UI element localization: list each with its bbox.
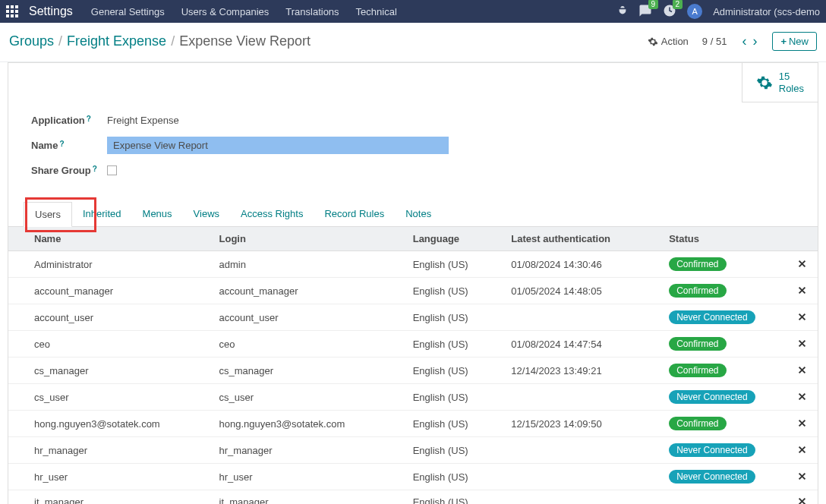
menu-technical[interactable]: Technical	[356, 6, 397, 17]
status-badge: Confirmed	[669, 417, 726, 430]
cell-name: hong.nguyen3@sotatek.com	[8, 411, 212, 437]
table-row[interactable]: account_useraccount_userEnglish (US)Neve…	[8, 304, 818, 331]
cell-name: it_manager	[8, 490, 212, 505]
cell-name: cs_user	[8, 384, 212, 411]
table-header: Name Login Language Latest authenticatio…	[8, 227, 818, 251]
avatar[interactable]: A	[687, 4, 702, 19]
tab-record-rules[interactable]: Record Rules	[314, 202, 395, 226]
close-icon	[798, 339, 806, 348]
help-icon[interactable]: ?	[59, 140, 64, 148]
tab-inherited[interactable]: Inherited	[72, 202, 132, 226]
close-icon	[798, 446, 806, 454]
tab-users[interactable]: Users	[24, 202, 72, 227]
topbar-menu: General Settings Users & Companies Trans…	[91, 6, 397, 17]
pager-prev[interactable]: ‹	[740, 33, 748, 49]
bug-icon[interactable]	[617, 5, 628, 18]
table-row[interactable]: cs_usercs_userEnglish (US)Never Connecte…	[8, 384, 818, 411]
table-row[interactable]: it_managerit_managerEnglish (US)	[8, 490, 818, 505]
users-table: Name Login Language Latest authenticatio…	[8, 227, 818, 504]
cell-status	[661, 490, 787, 505]
table-row[interactable]: AdministratoradminEnglish (US)01/08/2024…	[8, 251, 818, 278]
th-status[interactable]: Status	[661, 227, 787, 251]
tab-access-rights[interactable]: Access Rights	[230, 202, 314, 226]
cell-auth: 12/15/2023 14:09:50	[503, 411, 661, 437]
cell-lang: English (US)	[405, 251, 504, 278]
pager-next[interactable]: ›	[751, 33, 758, 49]
table-row[interactable]: account_manageraccount_managerEnglish (U…	[8, 278, 818, 304]
cell-login: cs_manager	[212, 358, 405, 384]
username[interactable]: Administrator (scs-demo	[713, 6, 820, 17]
cell-login: hr_manager	[212, 437, 405, 464]
table-row[interactable]: cs_managercs_managerEnglish (US)12/14/20…	[8, 358, 818, 384]
cell-status: Confirmed	[661, 411, 787, 437]
delete-row[interactable]	[787, 464, 818, 490]
messages-icon[interactable]: 9	[638, 4, 652, 20]
activities-icon[interactable]: 2	[663, 4, 676, 20]
subbar: Groups / Freight Expense / Expense View …	[0, 23, 826, 62]
th-auth[interactable]: Latest authentication	[503, 227, 661, 251]
cell-login: it_manager	[212, 490, 405, 505]
menu-translations[interactable]: Translations	[285, 6, 339, 17]
cell-login: hr_user	[212, 464, 405, 490]
cell-status: Confirmed	[661, 358, 787, 384]
cell-login: account_user	[212, 304, 405, 331]
table-row[interactable]: hr_userhr_userEnglish (US)Never Connecte…	[8, 464, 818, 490]
cell-lang: English (US)	[405, 384, 504, 411]
delete-row[interactable]	[787, 331, 818, 358]
cell-login: admin	[212, 251, 405, 278]
table-row[interactable]: hr_managerhr_managerEnglish (US)Never Co…	[8, 437, 818, 464]
menu-general[interactable]: General Settings	[91, 6, 165, 17]
th-name[interactable]: Name	[8, 227, 212, 251]
form-sheet: 15 Roles Application? Freight Expense Na…	[8, 62, 818, 504]
topbar: Settings General Settings Users & Compan…	[0, 0, 826, 23]
close-icon	[798, 419, 806, 427]
close-icon	[798, 497, 806, 504]
status-badge: Confirmed	[669, 364, 726, 377]
application-label: Application?	[31, 115, 107, 126]
share-group-label: Share Group?	[31, 165, 107, 176]
menu-users[interactable]: Users & Companies	[181, 6, 270, 17]
breadcrumb-groups[interactable]: Groups	[9, 33, 54, 49]
breadcrumb-current: Expense View Report	[179, 33, 311, 49]
close-icon	[798, 313, 806, 321]
pager[interactable]: 9 / 51	[702, 36, 727, 47]
tab-views[interactable]: Views	[183, 202, 230, 226]
delete-row[interactable]	[787, 384, 818, 411]
gear-icon	[648, 36, 658, 47]
app-title: Settings	[29, 5, 73, 18]
th-lang[interactable]: Language	[405, 227, 504, 251]
cell-login: hong.nguyen3@sotatek.com	[212, 411, 405, 437]
status-badge: Never Connected	[669, 443, 755, 457]
delete-row[interactable]	[787, 278, 818, 304]
delete-row[interactable]	[787, 251, 818, 278]
name-label: Name?	[31, 140, 107, 151]
help-icon[interactable]: ?	[87, 115, 91, 123]
cell-lang: English (US)	[405, 278, 504, 304]
roles-stat[interactable]: 15 Roles	[742, 63, 818, 102]
delete-row[interactable]	[787, 411, 818, 437]
action-button[interactable]: Action	[648, 36, 689, 47]
delete-row[interactable]	[787, 304, 818, 331]
breadcrumb-app[interactable]: Freight Expense	[67, 33, 166, 49]
delete-row[interactable]	[787, 358, 818, 384]
status-badge: Confirmed	[669, 337, 726, 351]
name-value[interactable]: Expense View Report	[107, 137, 449, 154]
th-login[interactable]: Login	[212, 227, 405, 251]
tab-notes[interactable]: Notes	[395, 202, 442, 226]
table-row[interactable]: hong.nguyen3@sotatek.comhong.nguyen3@sot…	[8, 411, 818, 437]
application-value[interactable]: Freight Expense	[107, 115, 179, 126]
tab-menus[interactable]: Menus	[132, 202, 183, 226]
activities-badge: 2	[673, 0, 683, 9]
delete-row[interactable]	[787, 490, 818, 505]
gears-icon	[756, 74, 773, 91]
share-group-checkbox[interactable]	[107, 165, 117, 175]
close-icon	[798, 392, 806, 401]
cell-login: account_manager	[212, 278, 405, 304]
table-row[interactable]: ceoceoEnglish (US)01/08/2024 14:47:54Con…	[8, 331, 818, 358]
delete-row[interactable]	[787, 437, 818, 464]
help-icon[interactable]: ?	[93, 165, 97, 173]
close-icon	[798, 260, 806, 268]
cell-lang: English (US)	[405, 304, 504, 331]
new-button[interactable]: +New	[772, 32, 817, 51]
apps-icon[interactable]	[6, 5, 18, 17]
